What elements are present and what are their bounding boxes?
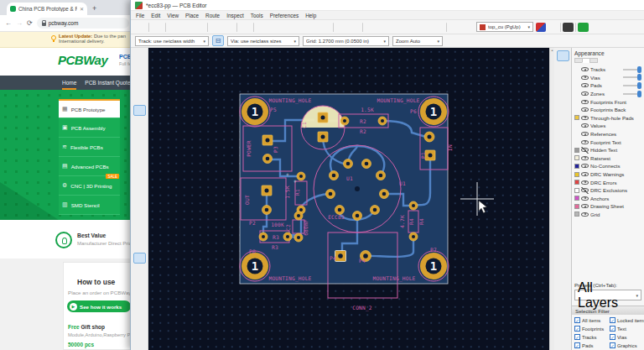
track-width-select[interactable]: Track: use netclass width▾ <box>135 36 209 46</box>
color-swatch[interactable] <box>574 164 579 169</box>
refresh-icon[interactable] <box>256 21 268 33</box>
visibility-eye-icon[interactable] <box>581 66 589 73</box>
zoom-select[interactable]: Zoom Auto▾ <box>392 36 443 46</box>
color-swatch[interactable] <box>574 115 579 120</box>
units-inches-icon[interactable] <box>133 78 146 89</box>
high-contrast-icon[interactable] <box>133 253 146 264</box>
layer-pair-icon[interactable] <box>536 23 546 32</box>
auto-track-width-toggle[interactable]: ⊟ <box>212 35 224 46</box>
opacity-slider[interactable] <box>623 85 641 86</box>
menu[interactable]: Tools <box>251 13 263 18</box>
visibility-eye-icon[interactable] <box>581 107 589 113</box>
sketch-tracks-icon[interactable] <box>133 212 146 223</box>
menu[interactable]: Preferences <box>270 13 299 18</box>
board-setup-icon[interactable] <box>151 21 164 33</box>
sidebar-item-cnc-3d-printing[interactable]: ⚙ CNC | 3D Printing SALE <box>59 176 120 196</box>
footprint-editor-icon[interactable] <box>449 21 461 33</box>
tab-nets[interactable] <box>589 58 598 63</box>
site-nav-item[interactable]: Home <box>62 76 76 90</box>
filter-checkbox[interactable]: ✓ Locked items <box>610 317 644 323</box>
add-via-icon[interactable] <box>557 103 569 114</box>
group-icon[interactable] <box>365 21 377 33</box>
select-tool-icon[interactable] <box>557 50 569 61</box>
see-how-it-works-button[interactable]: ▶ See how it works <box>67 300 131 312</box>
menu[interactable]: Route <box>205 13 220 18</box>
color-swatch[interactable] <box>574 180 579 185</box>
back-icon[interactable]: ← <box>5 19 12 27</box>
cursor-style-icon[interactable] <box>133 118 146 129</box>
rotate-ccw-icon[interactable] <box>335 21 348 33</box>
menu[interactable]: File <box>136 13 144 18</box>
tab-close-icon[interactable]: ✕ <box>80 6 84 12</box>
tune-length-icon[interactable] <box>557 92 569 103</box>
plot-icon[interactable] <box>193 21 205 33</box>
add-leader-icon[interactable] <box>557 209 569 220</box>
route-tracks-icon[interactable] <box>557 82 569 93</box>
visibility-eye-icon[interactable] <box>581 211 589 217</box>
presets-select[interactable]: All Layers ▾ <box>574 290 641 300</box>
visibility-eye-icon[interactable] <box>581 74 589 81</box>
interactive-router-icon[interactable] <box>546 21 558 33</box>
color-swatch[interactable] <box>574 188 579 193</box>
ratsnest-curved-icon[interactable] <box>133 145 146 156</box>
grid-settings-icon[interactable] <box>133 51 146 62</box>
add-footprint-icon[interactable] <box>557 71 569 82</box>
redo-icon[interactable] <box>222 21 235 33</box>
delete-tool-icon[interactable] <box>557 220 569 231</box>
add-polygon-icon[interactable] <box>557 177 569 188</box>
visibility-eye-icon[interactable] <box>581 98 589 105</box>
visibility-eye-icon[interactable] <box>581 163 589 170</box>
site-nav-item[interactable]: PCB Instant Quote <box>85 76 130 90</box>
visibility-eye-icon[interactable] <box>581 82 589 89</box>
visibility-eye-icon[interactable] <box>581 154 589 161</box>
rotate-cw-icon[interactable] <box>348 21 361 33</box>
color-swatch[interactable] <box>574 212 579 217</box>
sketch-pads-icon[interactable] <box>133 185 146 196</box>
visibility-eye-icon[interactable] <box>581 195 589 201</box>
address-bar[interactable]: pcbway.com <box>37 18 129 29</box>
filter-checkbox[interactable]: ✓ Tracks <box>574 334 610 340</box>
filter-checkbox[interactable]: ✓ Vias <box>610 334 644 340</box>
save-icon[interactable] <box>134 21 147 33</box>
filter-checkbox[interactable]: ✓ Graphics <box>610 342 644 348</box>
menu[interactable]: Help <box>305 13 316 18</box>
menu[interactable]: Place <box>185 13 199 18</box>
freerouting-plugin-icon[interactable] <box>578 23 589 32</box>
color-swatch[interactable] <box>574 155 579 160</box>
footprint-checker-icon[interactable] <box>461 21 474 33</box>
visibility-eye-icon[interactable] <box>581 171 589 178</box>
zoom-in-icon[interactable] <box>268 21 281 33</box>
opacity-slider[interactable] <box>623 69 641 71</box>
opacity-slider[interactable] <box>623 93 641 95</box>
selection-area-icon[interactable] <box>133 199 146 210</box>
lock-icon[interactable] <box>390 21 402 33</box>
units-mm-icon[interactable] <box>133 105 146 116</box>
add-circle-icon[interactable] <box>557 167 569 178</box>
add-text-icon[interactable] <box>557 188 569 199</box>
grid-select[interactable]: Grid: 1.2700 mm (0.0500 in)▾ <box>303 36 389 46</box>
forward-icon[interactable]: → <box>16 19 23 27</box>
sidebar-item-pcb-assembly[interactable]: ▣ PCB Assembly <box>59 118 120 138</box>
sketch-vias-icon[interactable] <box>133 226 146 237</box>
undo-icon[interactable] <box>210 21 222 33</box>
zoom-selection-icon[interactable] <box>319 21 331 33</box>
pcbway-logo[interactable]: PCBWay <box>58 53 107 67</box>
unlock-icon[interactable] <box>402 21 415 33</box>
find-icon[interactable] <box>239 21 252 33</box>
highlight-net-icon[interactable] <box>133 159 146 170</box>
zoom-objects-icon[interactable] <box>306 21 319 33</box>
ungroup-icon[interactable] <box>377 21 390 33</box>
filter-checkbox[interactable]: ✓ Footprints <box>574 326 610 332</box>
new-tab-button[interactable]: + <box>92 3 96 13</box>
tab-objects[interactable] <box>582 58 589 63</box>
color-swatch[interactable] <box>574 172 579 177</box>
print-icon[interactable] <box>180 21 193 33</box>
menu[interactable]: View <box>167 13 179 18</box>
opacity-slider[interactable] <box>623 76 641 78</box>
update-pcb-icon[interactable] <box>419 21 432 33</box>
add-rectangle-icon[interactable] <box>557 156 569 167</box>
tab-layers[interactable] <box>574 58 582 63</box>
zoom-fit-icon[interactable] <box>293 21 306 33</box>
visibility-eye-icon[interactable] <box>581 203 589 210</box>
page-settings-icon[interactable] <box>168 21 180 33</box>
